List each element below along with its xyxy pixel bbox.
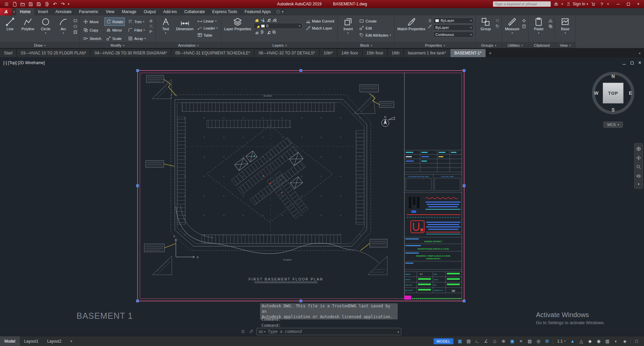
tab-add-ins[interactable]: Add-ins xyxy=(159,8,181,15)
ortho-icon[interactable]: ∟ xyxy=(473,338,481,345)
viewcube-west[interactable]: W xyxy=(594,90,598,96)
tab-collaborate[interactable]: Collaborate xyxy=(181,8,208,15)
steering-wheel-icon[interactable] xyxy=(636,146,641,152)
modify-panel-label[interactable]: Modify ▾ xyxy=(80,42,155,48)
offset-icon[interactable] xyxy=(149,30,154,34)
layer-off-icon[interactable] xyxy=(253,30,258,34)
insert-button[interactable]: Insert ▾ xyxy=(340,16,356,42)
doc-restore-button[interactable] xyxy=(631,60,634,66)
layout2-tab[interactable]: Layout2 xyxy=(43,336,66,346)
scale-button[interactable]: Scale xyxy=(104,34,125,43)
close-button[interactable]: × xyxy=(633,0,643,8)
group-edit-icon[interactable] xyxy=(495,24,500,29)
application-menu-button[interactable]: A xyxy=(0,8,12,15)
explode-icon[interactable] xyxy=(149,24,154,29)
groups-panel-label[interactable]: Groups ▾ xyxy=(476,42,502,48)
copy-clip-icon[interactable] xyxy=(548,24,553,29)
zoom-icon[interactable] xyxy=(636,164,641,170)
circle-button[interactable]: Circle ▾ xyxy=(37,16,54,42)
doc-minimize-button[interactable] xyxy=(623,60,626,66)
polar-tracking-icon[interactable]: ∠ xyxy=(482,338,490,345)
line-button[interactable]: Line xyxy=(2,16,18,42)
isolate-objects-icon[interactable]: ◐ xyxy=(612,338,620,345)
make-current-button[interactable]: Make Current xyxy=(304,18,336,24)
help-icon[interactable]: ? xyxy=(599,1,605,7)
lineweight-dropdown[interactable]: ByLayer ▾ xyxy=(433,25,474,31)
view-panel-label[interactable]: View ▾ xyxy=(555,42,575,48)
selection-cycling-icon[interactable]: ◎ xyxy=(534,338,542,345)
clean-screen-icon[interactable]: □ xyxy=(633,338,641,345)
tab-express-tools[interactable]: Express Tools xyxy=(208,8,241,15)
object-color-dropdown[interactable]: ByLayer ▾ xyxy=(433,17,474,24)
layer-unlock-icon[interactable] xyxy=(265,30,270,34)
file-tab[interactable]: 14th floor xyxy=(337,49,362,57)
layout1-tab[interactable]: Layout1 xyxy=(20,336,43,346)
annotation-scale-control[interactable]: 1:1 ▾ xyxy=(555,339,568,344)
lineweight-icon[interactable]: ≡ xyxy=(517,338,525,345)
tab-annotate[interactable]: Annotate xyxy=(52,8,75,15)
file-tab[interactable]: 15th floor xyxy=(362,49,388,57)
file-tab[interactable]: 03---HVAC 15 TO 25 FLOOR PLAN* xyxy=(17,49,91,57)
copy-button[interactable]: Copy xyxy=(82,26,103,34)
ellipse-icon[interactable] xyxy=(73,24,78,29)
quick-properties-icon[interactable]: ▥ xyxy=(603,338,611,345)
object-snap-icon[interactable]: ▣ xyxy=(508,338,516,345)
ungroup-icon[interactable] xyxy=(495,18,500,23)
layer-select-dropdown[interactable]: 0 ▾ xyxy=(253,23,302,29)
erase-icon[interactable] xyxy=(149,18,154,23)
model-space-badge[interactable]: MODEL xyxy=(434,338,454,344)
doc-close-button[interactable]: × xyxy=(638,60,641,66)
properties-panel-label[interactable]: Properties ▾ xyxy=(395,42,475,48)
viewcube-compass-ring[interactable]: N S W E TOP xyxy=(592,72,634,114)
annotation-panel-label[interactable]: Annotation ▾ xyxy=(156,42,221,48)
viewport-minimize-control[interactable]: [-] xyxy=(3,60,7,65)
command-customize-icon[interactable] xyxy=(240,328,246,335)
redo-button[interactable]: ↷ xyxy=(60,1,66,7)
file-tab[interactable]: 10th* xyxy=(319,49,337,57)
trim-button[interactable]: Trim▾ xyxy=(126,17,147,26)
pan-icon[interactable] xyxy=(636,155,641,161)
maximize-button[interactable] xyxy=(623,0,633,8)
search-input[interactable] xyxy=(495,2,549,6)
orbit-icon[interactable] xyxy=(636,173,641,179)
new-layout-button[interactable]: + xyxy=(66,336,77,346)
ribbon-collapse-control[interactable]: ▾ xyxy=(277,8,284,15)
new-file-icon[interactable] xyxy=(11,1,18,7)
file-tab[interactable]: basement 1 fire tank* xyxy=(404,49,450,57)
snap-mode-icon[interactable]: ▤ xyxy=(464,338,473,345)
tab-output[interactable]: Output xyxy=(140,8,159,15)
command-input[interactable]: Type a command xyxy=(268,329,302,334)
save-as-icon[interactable] xyxy=(36,1,42,7)
text-button[interactable]: Text ▾ xyxy=(157,16,174,42)
qat-dropdown-icon[interactable]: ▾ xyxy=(68,2,69,6)
layer-isolate-icon[interactable] xyxy=(271,17,277,22)
graphics-performance-icon[interactable]: ◈ xyxy=(621,338,629,345)
draw-panel-label[interactable]: Draw ▾ xyxy=(0,42,80,48)
polyline-button[interactable]: Polyline xyxy=(19,16,36,42)
file-tab[interactable]: 16th xyxy=(388,49,404,57)
rectangle-icon[interactable] xyxy=(73,18,78,23)
layer-plot-icon[interactable] xyxy=(259,30,264,34)
application-menu-chevron-icon[interactable]: ▾ xyxy=(12,8,16,15)
tab-view[interactable]: View xyxy=(102,8,118,15)
base-view-button[interactable]: Base ▾ xyxy=(557,16,574,42)
annotation-monitor-icon[interactable]: ◉ xyxy=(595,338,603,345)
isometric-drafting-icon[interactable]: ◇ xyxy=(491,338,499,345)
clipboard-panel-label[interactable]: Clipboard xyxy=(529,42,555,48)
id-point-icon[interactable] xyxy=(522,18,527,23)
model-space-canvas[interactable]: [-] [Top] [2D Wireframe] × xyxy=(0,57,644,336)
leader-button[interactable]: Leader▾ xyxy=(196,25,219,31)
quick-calc-icon[interactable] xyxy=(522,24,527,29)
layer-merge-icon[interactable] xyxy=(271,30,277,34)
viewcube-top-face[interactable]: TOP xyxy=(603,83,624,103)
search-dropdown-icon[interactable]: ▾ xyxy=(561,2,563,6)
arc-button[interactable]: Arc ▾ xyxy=(55,16,72,42)
annotation-visibility-icon[interactable]: ▲ xyxy=(568,338,577,345)
fillet-button[interactable]: Fillet▾ xyxy=(126,26,147,34)
plot-icon[interactable] xyxy=(44,1,50,7)
dynamic-input-icon[interactable]: ⊞ xyxy=(543,338,551,345)
command-options-button[interactable]: ▾ xyxy=(259,330,265,334)
app-options-icon[interactable] xyxy=(3,1,10,7)
file-tab-start[interactable]: Start xyxy=(0,49,17,57)
sign-in-button[interactable]: Sign In ▾ xyxy=(565,1,588,7)
